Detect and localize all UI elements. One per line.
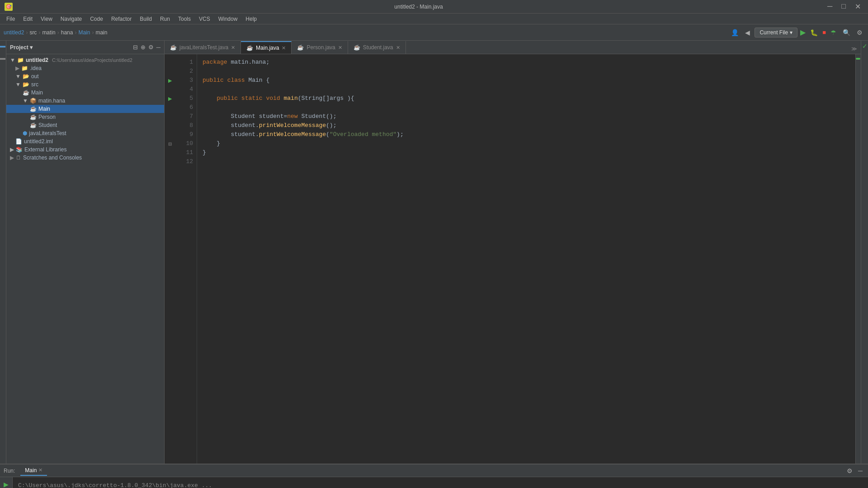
code-line-3: public class Main {: [203, 76, 855, 85]
editor-area: ☕ javaLiteralsTest.java ✕ ☕ Main.java ✕ …: [165, 41, 861, 464]
tree-scratches-label: Scratches and Consoles: [23, 155, 82, 161]
breadcrumb-main-class[interactable]: Main: [78, 29, 90, 36]
tab-student-icon: ☕: [354, 44, 360, 51]
breadcrumb-main-method[interactable]: main: [95, 29, 107, 36]
code-editor[interactable]: ▶ ▶ ⊟ 12345 678910 1112 package matin.ha…: [165, 54, 861, 464]
editor-scrollbar[interactable]: [855, 54, 861, 464]
collapse-all-icon[interactable]: ⊟: [133, 44, 138, 51]
code-line-7: Student student=new Student();: [203, 112, 855, 121]
menu-navigate[interactable]: Navigate: [57, 15, 85, 23]
gear-icon[interactable]: ⚙: [148, 44, 154, 51]
tab-java-literals-icon: ☕: [170, 44, 177, 51]
toolbar: untitled2 › src › matin › hana › Main › …: [0, 24, 868, 41]
ext-libs-icon: 📚: [16, 146, 23, 153]
bottom-minimize-icon[interactable]: ─: [856, 466, 864, 475]
tab-java-literals[interactable]: ☕ javaLiteralsTest.java ✕: [165, 41, 241, 54]
current-file-dropdown[interactable]: Current File ▾: [755, 28, 797, 38]
tab-main-close[interactable]: ✕: [282, 45, 286, 51]
bottom-tab-main-close[interactable]: ✕: [38, 467, 42, 473]
title-bar-left: 🎯: [5, 3, 13, 11]
tabs-more-button[interactable]: ≫: [848, 44, 861, 54]
student-java-icon: ☕: [30, 122, 37, 128]
menu-tools[interactable]: Tools: [175, 15, 194, 23]
tree-ext-libs-label: External Libraries: [24, 146, 66, 153]
stop-button[interactable]: ■: [822, 29, 826, 36]
tree-iml-file[interactable]: 📄 untitled2.iml: [6, 137, 164, 145]
tab-person-java[interactable]: ☕ Person.java ✕: [292, 41, 348, 54]
tree-student-label: Student: [38, 122, 57, 128]
close-button[interactable]: ✕: [852, 2, 863, 11]
tree-person-java[interactable]: ☕ Person: [6, 113, 164, 121]
menu-file[interactable]: File: [3, 15, 19, 23]
tree-idea-folder[interactable]: ▶ 📁 .idea: [6, 64, 164, 72]
maximize-button[interactable]: □: [839, 2, 849, 11]
menu-view[interactable]: View: [37, 15, 56, 23]
menu-window[interactable]: Window: [215, 15, 241, 23]
idea-folder-icon: 📁: [21, 65, 28, 71]
tree-java-literals-test[interactable]: ⬢ javaLiteralsTest: [6, 129, 164, 137]
console-output: C:\Users\asus\.jdks\corretto-1.8.0_342\b…: [13, 477, 868, 488]
tab-student-close[interactable]: ✕: [396, 45, 400, 51]
menu-edit[interactable]: Edit: [19, 15, 36, 23]
locate-icon[interactable]: ⊕: [141, 44, 146, 51]
minimize-button[interactable]: ─: [825, 2, 835, 11]
rerun-icon[interactable]: ▶: [3, 480, 9, 488]
tree-student-java[interactable]: ☕ Student: [6, 121, 164, 129]
code-line-10: }: [203, 139, 855, 148]
tree-src-folder[interactable]: ▼ 📂 src: [6, 80, 164, 89]
tree-out-label: out: [31, 73, 39, 80]
breadcrumb-src[interactable]: src: [29, 29, 37, 36]
breadcrumb-hana[interactable]: hana: [61, 29, 73, 36]
search-everywhere-icon[interactable]: 🔍: [841, 28, 852, 37]
bottom-settings-icon[interactable]: ⚙: [845, 466, 854, 475]
project-panel-toggle[interactable]: ▐: [0, 44, 5, 47]
menu-refactor[interactable]: Refactor: [108, 15, 135, 23]
tree-scratches[interactable]: ▶ 🗒 Scratches and Consoles: [6, 154, 164, 162]
bottom-tab-main-label: Main: [25, 467, 37, 474]
debug-button[interactable]: 🐛: [808, 28, 820, 37]
left-panel-icons: ▐ ▐: [0, 41, 6, 464]
breadcrumb-matin[interactable]: matin: [42, 29, 55, 36]
code-content[interactable]: package matin.hana; public class Main { …: [197, 54, 855, 464]
tab-java-literals-label: javaLiteralsTest.java: [179, 44, 228, 51]
tree-matin-hana-package[interactable]: ▼ 📦 matin.hana: [6, 97, 164, 105]
breadcrumb-project[interactable]: untitled2: [4, 29, 24, 36]
tree-matin-hana-label: matin.hana: [38, 98, 65, 104]
bottom-left-icons: ▶ ↓ ■ ⊘ 🔧 🖨 ⬆ 🗑: [0, 477, 13, 488]
coverage-button[interactable]: ☂: [829, 28, 838, 37]
tree-external-libs[interactable]: ▶ 📚 External Libraries: [6, 145, 164, 154]
tab-student-java[interactable]: ☕ Student.java ✕: [348, 41, 406, 54]
src-folder-icon: 📂: [23, 81, 29, 88]
out-chevron-icon: ▼: [15, 73, 21, 80]
menu-help[interactable]: Help: [242, 15, 260, 23]
close-project-panel-icon[interactable]: ─: [156, 44, 160, 51]
tree-root-path: C:\Users\asus\IdeaProjects\untitled2: [52, 57, 132, 63]
tree-main-selected[interactable]: ☕ Main: [6, 105, 164, 113]
code-line-8: student.printWelcomeMessage();: [203, 121, 855, 130]
account-icon[interactable]: 👤: [729, 28, 741, 37]
tab-person-label: Person.java: [307, 44, 335, 51]
bottom-tab-main[interactable]: Main ✕: [20, 466, 47, 476]
tree-main-selected-label: Main: [38, 106, 50, 112]
change-indicator: [856, 58, 860, 60]
back-icon[interactable]: ◀: [743, 28, 752, 37]
person-java-icon: ☕: [30, 114, 37, 120]
tree-out-folder[interactable]: ▼ 📂 out: [6, 72, 164, 80]
tree-root-untitled2[interactable]: ▼ 📁 untitled2 C:\Users\asus\IdeaProjects…: [6, 56, 164, 64]
tree-main-java[interactable]: ☕ Main: [6, 89, 164, 97]
tree-root-label: untitled2: [26, 57, 48, 63]
menu-build[interactable]: Build: [136, 15, 156, 23]
settings-icon[interactable]: ⚙: [855, 28, 864, 37]
menu-vcs[interactable]: VCS: [195, 15, 214, 23]
structure-panel-toggle[interactable]: ▐: [0, 56, 5, 60]
literals-icon: ⬢: [23, 130, 27, 136]
menu-code[interactable]: Code: [86, 15, 107, 23]
tab-person-close[interactable]: ✕: [338, 45, 342, 51]
tab-main-java[interactable]: ☕ Main.java ✕: [241, 41, 292, 54]
run-button[interactable]: ▶: [800, 28, 806, 37]
line-numbers: 12345 678910 1112: [175, 54, 197, 464]
menu-run[interactable]: Run: [156, 15, 174, 23]
project-dropdown-toggle[interactable]: Project ▾: [10, 44, 33, 51]
tab-java-literals-close[interactable]: ✕: [231, 45, 235, 51]
code-line-2: [203, 67, 855, 76]
